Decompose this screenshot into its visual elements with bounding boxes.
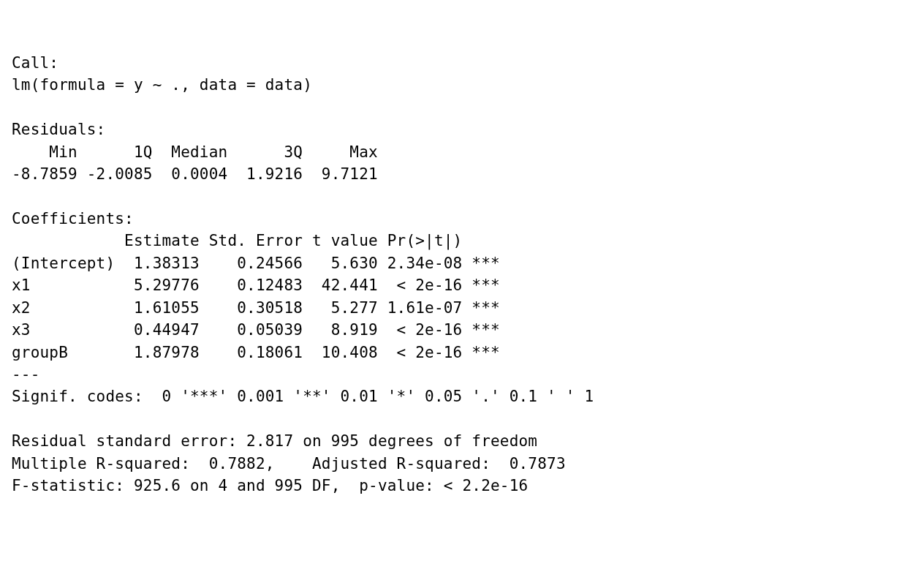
signif-codes: Signif. codes: 0 '***' 0.001 '**' 0.01 '… [12, 388, 594, 405]
r-squared: Multiple R-squared: 0.7882, Adjusted R-s… [12, 455, 575, 472]
call-formula: lm(formula = y ~ ., data = data) [12, 76, 312, 94]
residuals-header: Min 1Q Median 3Q Max [12, 143, 387, 161]
coefficients-label: Coefficients: [12, 210, 134, 227]
coefficient-row: groupB 1.87978 0.18061 10.408 < 2e-16 **… [12, 344, 500, 361]
f-statistic: F-statistic: 925.6 on 4 and 995 DF, p-va… [12, 477, 528, 494]
residuals-label: Residuals: [12, 121, 105, 138]
coefficient-row: (Intercept) 1.38313 0.24566 5.630 2.34e-… [12, 255, 500, 272]
coefficients-header: Estimate Std. Error t value Pr(>|t|) [12, 232, 500, 249]
residuals-values: -8.7859 -2.0085 0.0004 1.9216 9.7121 [12, 165, 387, 183]
coefficient-row: x2 1.61055 0.30518 5.277 1.61e-07 *** [12, 299, 500, 317]
coefficient-row: x3 0.44947 0.05039 8.919 < 2e-16 *** [12, 321, 500, 339]
coefficient-row: x1 5.29776 0.12483 42.441 < 2e-16 *** [12, 276, 500, 294]
residual-standard-error: Residual standard error: 2.817 on 995 de… [12, 432, 537, 450]
call-label: Call: [12, 54, 58, 72]
separator: --- [12, 366, 40, 383]
